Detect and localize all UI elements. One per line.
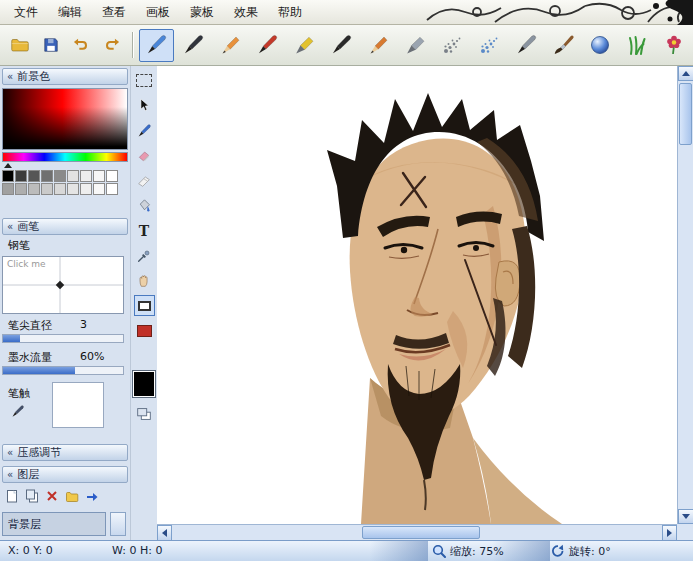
- scroll-right-button[interactable]: [662, 525, 677, 541]
- fill-bucket-tool[interactable]: [134, 195, 155, 216]
- quick-mask-tool[interactable]: [134, 320, 155, 341]
- paintbrush-tool[interactable]: [546, 29, 581, 62]
- color-swatch[interactable]: [2, 170, 14, 182]
- open-button[interactable]: [6, 31, 35, 60]
- save-button[interactable]: [37, 31, 66, 60]
- pen-red-tool[interactable]: [250, 29, 285, 62]
- pencil-brown-tool[interactable]: [361, 29, 396, 62]
- color-swatch[interactable]: [2, 183, 14, 195]
- current-color-swatch[interactable]: [133, 371, 155, 397]
- color-swatch[interactable]: [41, 183, 53, 195]
- undo-button[interactable]: [67, 31, 96, 60]
- brush-preset-pen[interactable]: 钢笔: [8, 238, 30, 253]
- panel-header-foreground[interactable]: « 前景色: [2, 68, 128, 85]
- tip-slider-fill: [3, 335, 20, 342]
- color-swatch[interactable]: [15, 183, 27, 195]
- right-arrow-icon: [667, 529, 672, 537]
- canvas[interactable]: [157, 66, 677, 524]
- horizontal-scroll-thumb[interactable]: [362, 526, 480, 539]
- pen-ink-tool[interactable]: [176, 29, 211, 62]
- panel-header-brush[interactable]: « 画笔: [2, 218, 128, 235]
- pencil-orange-tool[interactable]: [213, 29, 248, 62]
- marker-yellow-tool[interactable]: [287, 29, 322, 62]
- new-layer-icon[interactable]: [4, 488, 20, 504]
- color-swatch[interactable]: [15, 170, 27, 182]
- color-swatch[interactable]: [67, 170, 79, 182]
- tip-diameter-slider[interactable]: [2, 334, 124, 343]
- color-swatch[interactable]: [28, 183, 40, 195]
- panel-header-pressure[interactable]: « 压感调节: [2, 444, 128, 461]
- duplicate-layer-icon[interactable]: [135, 405, 153, 423]
- menu-effects[interactable]: 效果: [224, 1, 268, 24]
- menu-edit[interactable]: 编辑: [48, 1, 92, 24]
- cursor-coordinates: X: 0 Y: 0: [8, 544, 53, 557]
- grass-tool[interactable]: [620, 29, 655, 62]
- airbrush-blue-tool[interactable]: [472, 29, 507, 62]
- brush-curve-editor[interactable]: Click me: [2, 256, 124, 314]
- panel-header-layers[interactable]: « 图层: [2, 466, 128, 483]
- pen-tool[interactable]: [134, 120, 155, 141]
- stroke-pen-icon: [10, 404, 25, 419]
- layer-folder-icon[interactable]: [64, 488, 80, 504]
- menu-file[interactable]: 文件: [4, 1, 48, 24]
- spray-tool[interactable]: [435, 29, 470, 62]
- scroll-up-button[interactable]: [678, 66, 693, 81]
- pencil-brown-icon: [366, 33, 390, 57]
- color-swatch[interactable]: [93, 170, 105, 182]
- delete-layer-icon[interactable]: [44, 488, 60, 504]
- scroll-left-button[interactable]: [157, 525, 172, 541]
- pen-black-tool[interactable]: [324, 29, 359, 62]
- scroll-down-button[interactable]: [678, 509, 693, 524]
- color-swatch[interactable]: [28, 170, 40, 182]
- grass-icon: [625, 33, 649, 57]
- cursor-arrow-icon: [136, 97, 153, 114]
- vertical-scroll-thumb[interactable]: [679, 83, 692, 145]
- flower-tool[interactable]: [657, 29, 692, 62]
- pen-gray-tool[interactable]: [509, 29, 544, 62]
- color-swatch[interactable]: [106, 170, 118, 182]
- merge-layer-icon[interactable]: [84, 488, 100, 504]
- pen-blue-tool[interactable]: [139, 29, 174, 62]
- duplicate-layer-icon[interactable]: [24, 488, 40, 504]
- eraser-tool[interactable]: [134, 145, 155, 166]
- shape-rect-tool[interactable]: [134, 295, 155, 316]
- color-field-picker[interactable]: [2, 88, 128, 150]
- scrollbar-corner: [677, 524, 693, 540]
- hue-marker[interactable]: [4, 163, 12, 168]
- hand-tool[interactable]: [134, 270, 155, 291]
- flower-icon: [662, 33, 686, 57]
- color-swatch[interactable]: [67, 183, 79, 195]
- color-swatch[interactable]: [93, 183, 105, 195]
- color-swatch[interactable]: [54, 183, 66, 195]
- color-swatch[interactable]: [106, 183, 118, 195]
- vertical-scrollbar[interactable]: [677, 66, 693, 524]
- color-swatch[interactable]: [41, 170, 53, 182]
- marker-gray-tool[interactable]: [398, 29, 433, 62]
- menu-bar: 文件 编辑 查看 画板 蒙板 效果 帮助: [0, 0, 693, 25]
- move-tool[interactable]: [134, 95, 155, 116]
- text-tool[interactable]: T: [134, 220, 155, 241]
- menu-mask[interactable]: 蒙板: [180, 1, 224, 24]
- pen-gray-icon: [514, 33, 538, 57]
- color-swatch[interactable]: [80, 170, 92, 182]
- color-swatch[interactable]: [54, 170, 66, 182]
- left-arrow-icon: [162, 529, 167, 537]
- collapse-chevron-icon: «: [7, 221, 13, 232]
- main-toolbar: [0, 25, 693, 66]
- horizontal-scrollbar[interactable]: [157, 524, 677, 540]
- layer-item-background[interactable]: 背景层: [2, 512, 106, 536]
- color-swatch[interactable]: [80, 183, 92, 195]
- eyedropper-tool[interactable]: [134, 245, 155, 266]
- marquee-select-tool[interactable]: [134, 70, 155, 91]
- menu-view[interactable]: 查看: [92, 1, 136, 24]
- hue-slider[interactable]: [2, 152, 128, 162]
- redo-button[interactable]: [98, 31, 127, 60]
- water-orb-tool[interactable]: [583, 29, 618, 62]
- ink-flow-slider[interactable]: [2, 366, 124, 375]
- hard-eraser-tool[interactable]: [134, 170, 155, 191]
- layer-list-scroll-button[interactable]: [110, 512, 126, 536]
- stroke-preview-box[interactable]: [52, 382, 104, 428]
- rotation-value[interactable]: 旋转: 0°: [569, 544, 611, 559]
- menu-canvas[interactable]: 画板: [136, 1, 180, 24]
- menu-help[interactable]: 帮助: [268, 1, 312, 24]
